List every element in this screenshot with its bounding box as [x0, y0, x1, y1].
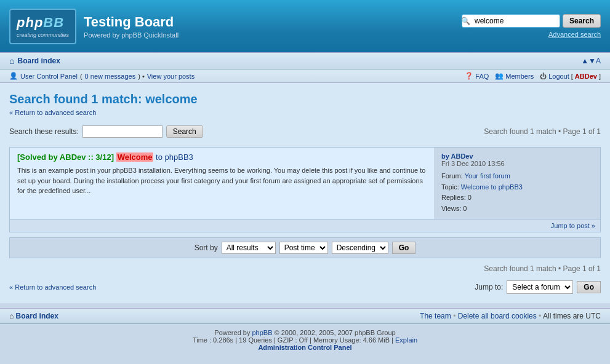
search-these-label: Search these results: [9, 127, 79, 136]
result-topic-link[interactable]: Welcome to phpBB3 [461, 183, 523, 191]
members-link[interactable]: Members [505, 73, 534, 80]
sort-time-select[interactable]: Post time Author Subject Forum [279, 242, 328, 254]
footer-stats-line: Time : 0.286s | 19 Queries | GZIP : Off … [9, 336, 601, 344]
views-count: 0 [463, 205, 467, 212]
result-title-suffix: to phpBB3 [156, 152, 193, 162]
view-posts-link[interactable]: View your posts [147, 73, 195, 80]
footer-home-icon: ⌂ [9, 312, 14, 320]
username-link[interactable]: ABDev [575, 73, 597, 80]
site-title-area: Testing Board Powered by phpBB QuickInst… [84, 14, 179, 39]
search-refine-left: Search these results: Search [9, 125, 203, 138]
ucp-link[interactable]: User Control Panel [20, 73, 78, 80]
result-meta-date: Fri 3 Dec 2010 13:56 [441, 160, 593, 167]
jump-to-post-link[interactable]: Jump to post [551, 222, 595, 229]
result-keyword: Welcome [116, 152, 154, 162]
sort-type-select[interactable]: All results Posts only Topics only [222, 242, 276, 254]
footer-admin-link[interactable]: Administration Control Panel [258, 344, 351, 351]
sort-bar: Sort by All results Posts only Topics on… [9, 237, 601, 258]
faq-icon: ❓ [465, 72, 473, 80]
new-messages-link[interactable]: 0 new messages [85, 73, 136, 80]
return-advanced-top-link[interactable]: Return to advanced search [9, 109, 96, 116]
page-footer: Powered by phpBB © 2000, 2002, 2005, 200… [0, 324, 610, 356]
bottom-actions: Return to advanced search Jump to: Selec… [9, 280, 601, 294]
footer-copyright: © 2000, 2002, 2005, 2007 phpBB Group [275, 329, 396, 336]
members-group: 👥 Members [495, 72, 534, 80]
main-content: Search found 1 match: welcome Return to … [0, 83, 610, 303]
result-forum-link[interactable]: Your first forum [465, 172, 510, 180]
return-advanced-top: Return to advanced search [9, 109, 601, 116]
footer-phpbb-link[interactable]: phpBB [252, 329, 272, 336]
search-count-top: Search found 1 match • Page 1 of 1 [484, 127, 601, 136]
breadcrumb: ⌂ Board index [9, 56, 60, 66]
result-meta-detail: Forum: Your first forum Topic: Welcome t… [441, 171, 593, 214]
phpbb-logo: phpBB creating communities [9, 9, 76, 44]
logo-text: phpBB [17, 15, 64, 30]
site-title: Testing Board [84, 14, 179, 30]
footer-delete-cookies-link[interactable]: Delete all board cookies [458, 312, 537, 320]
logout-link[interactable]: Logout [548, 73, 569, 80]
font-resize-control[interactable]: ▲▼A [581, 57, 601, 65]
jump-forum-select[interactable]: Select a forum [507, 280, 573, 294]
footer-powered-by: Powered by [214, 329, 250, 336]
footer-timezone: All times are UTC [543, 312, 601, 320]
page-title: Search found 1 match: welcome [9, 92, 601, 106]
search-refine-bar: Search these results: Search Search foun… [9, 122, 601, 141]
result-inner: [Solved by ABDev :: 3/12] Welcome to php… [10, 148, 600, 219]
views-label: Views: [441, 205, 461, 212]
search-refine-input[interactable] [82, 125, 163, 138]
search-refine-button[interactable]: Search [166, 125, 203, 138]
advanced-search-link[interactable]: Advanced search [548, 31, 601, 38]
result-wrapper: [Solved by ABDev :: 3/12] Welcome to php… [9, 147, 601, 232]
sort-go-button[interactable]: Go [392, 242, 416, 254]
search-icon: 🔍 [459, 17, 470, 25]
header-search-button[interactable]: Search [563, 14, 601, 28]
logout-icon: ⏻ [540, 73, 547, 80]
result-title: [Solved by ABDev :: 3/12] Welcome to php… [17, 152, 427, 162]
sort-order-select[interactable]: Descending Ascending [332, 242, 388, 254]
header-search-area: 🔍 Search Advanced search [459, 14, 601, 39]
replies-label: Replies: [441, 194, 466, 201]
footer-stats: Time : 0.286s | 19 Queries | GZIP : Off … [193, 336, 393, 344]
header-search-form: 🔍 Search [459, 14, 601, 28]
footer-boardindex: ⌂ Board index The team • Delete all boar… [0, 308, 610, 324]
replies-count: 0 [468, 194, 472, 201]
logout-group: ⏻ Logout [ ABDev ] [540, 73, 601, 80]
navbar: ⌂ Board index ▲▼A [0, 52, 610, 69]
return-advanced-bottom: Return to advanced search [9, 283, 96, 291]
site-powered: Powered by phpBB QuickInstall [84, 31, 179, 39]
result-author-link[interactable]: ABDev [451, 152, 473, 160]
page-title-keyword: welcome [145, 92, 197, 106]
header: phpBB creating communities Testing Board… [0, 0, 610, 52]
jump-to-post-bar: Jump to post [10, 219, 600, 232]
ucp-icon: 👤 [9, 72, 18, 80]
faq-group: ❓ FAQ [465, 72, 489, 80]
userbar-right: ❓ FAQ 👥 Members ⏻ Logout [ ABDev ] [465, 72, 601, 80]
search-count-bottom: Search found 1 match • Page 1 of 1 [9, 261, 601, 277]
result-meta: by ABDev Fri 3 Dec 2010 13:56 Forum: You… [434, 148, 600, 219]
result-excerpt: This is an example post in your phpBB3 i… [17, 165, 427, 196]
jump-go-button[interactable]: Go [577, 281, 601, 293]
footer-team-link[interactable]: The team [420, 312, 451, 320]
page-title-area: Search found 1 match: welcome Return to … [9, 92, 601, 116]
board-index-link[interactable]: Board index [17, 57, 60, 65]
footer-links: The team • Delete all board cookies • Al… [420, 312, 601, 320]
userbar: 👤 User Control Panel (0 new messages) • … [0, 69, 610, 83]
result-main: [Solved by ABDev :: 3/12] Welcome to php… [10, 148, 434, 219]
result-solved-tag: [Solved by ABDev :: 3/12] [17, 152, 114, 162]
footer-board-index-link[interactable]: Board index [16, 312, 58, 320]
logo-tagline: creating communities [17, 32, 69, 38]
result-meta-author: by ABDev [441, 152, 593, 160]
page-title-prefix: Search found 1 match: [9, 92, 142, 106]
sort-label: Sort by [195, 243, 218, 252]
logo-area: phpBB creating communities Testing Board… [9, 9, 179, 44]
result-title-link[interactable]: [Solved by ABDev :: 3/12] Welcome to php… [17, 152, 193, 162]
footer-admin-line: Administration Control Panel [9, 344, 601, 351]
footer-explain-link[interactable]: Explain [395, 336, 417, 344]
topic-label: Topic: [441, 183, 459, 191]
members-icon: 👥 [495, 72, 504, 80]
faq-link[interactable]: FAQ [475, 73, 489, 80]
return-advanced-bottom-link[interactable]: Return to advanced search [9, 283, 96, 291]
home-icon: ⌂ [9, 56, 14, 66]
header-search-input[interactable] [462, 14, 560, 28]
footer-powered-line: Powered by phpBB © 2000, 2002, 2005, 200… [9, 329, 601, 336]
